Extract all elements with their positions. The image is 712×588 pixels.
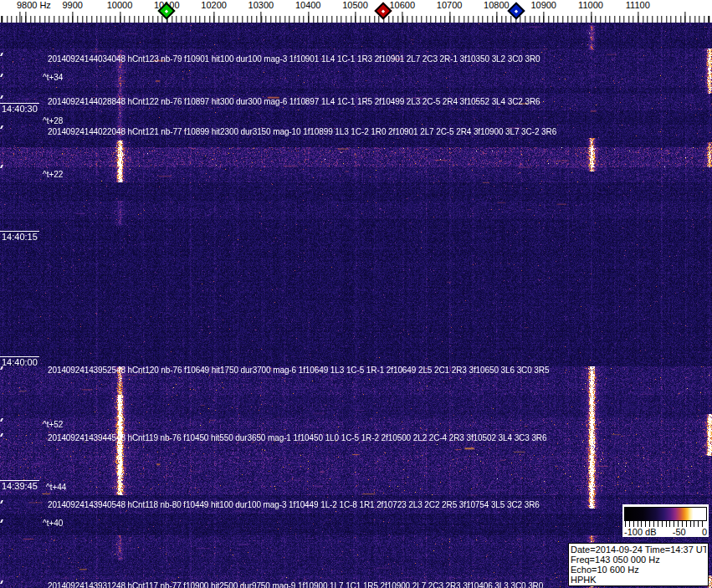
freq-tick-label: 10500 (342, 0, 368, 11)
freq-marker-center-dot (165, 9, 168, 13)
db-label-min: -100 dB (624, 527, 657, 537)
db-label-mid: -50 (673, 527, 686, 537)
time-axis-label: 14:40:15 (0, 231, 39, 242)
freq-tick-label: 9900 (62, 0, 82, 11)
event-time-offset-marker: ^t+28 (43, 117, 63, 125)
freq-tick-label: 10600 (390, 0, 416, 11)
waterfall-app-window: 9800 Hz990010000101001020010300104001050… (0, 0, 712, 588)
frequency-major-ticks (0, 12, 712, 23)
meteor-event-data-line: 20140924143940548 hCnt118 nb-80 f10449 h… (48, 501, 540, 509)
event-time-offset-marker: ^t+22 (43, 171, 63, 179)
freq-tick-label: 10300 (248, 0, 274, 11)
event-time-offset-marker: ^t+40 (43, 519, 63, 528)
meteor-event-data-line: 20140924143931248 hCnt117 nb-77 f10900 h… (48, 582, 543, 588)
freq-marker-center-dot (515, 9, 518, 13)
db-scale-legend: -100 dB -50 0 (622, 504, 709, 537)
info-frequency: Freq=143 050 000 Hz (571, 555, 706, 565)
freq-tick-label: 11000 (578, 0, 603, 11)
meteor-event-data-line: 20140924144022048 hCnt121 nb-77 f10899 h… (48, 128, 556, 136)
freq-marker-center-dot (382, 9, 385, 13)
info-station-id: HPHK (571, 575, 706, 585)
freq-tick-label: 10000 (107, 0, 133, 11)
db-label-max: 0 (702, 527, 707, 537)
freq-tick-label: 11100 (626, 0, 650, 11)
event-time-offset-marker: ^t+44 (46, 483, 66, 492)
meteor-event-data-line: 20140924143944548 hCnt119 nb-76 f10450 h… (48, 434, 546, 442)
info-echo: Echo=10 600 Hz (571, 565, 706, 575)
db-gradient-bar (624, 507, 707, 521)
time-axis-label: 14:40:00 (0, 356, 39, 367)
freq-tick-label: 10200 (201, 0, 227, 11)
event-time-offset-marker: ^t+52 (43, 421, 63, 429)
station-info-box: Date=2014-09-24 Time=14:37 UTC Freq=143 … (568, 543, 709, 586)
freq-tick-label: 10900 (530, 0, 556, 11)
event-time-offset-marker: ^t+34 (43, 74, 63, 82)
frequency-axis: 9800 Hz990010000101001020010300104001050… (0, 0, 712, 23)
time-axis-label: 14:39:45 (0, 480, 39, 491)
freq-tick-label: 10400 (295, 0, 321, 11)
info-date-time: Date=2014-09-24 Time=14:37 UTC (571, 545, 706, 555)
time-axis-label: 14:40:30 (0, 103, 39, 114)
meteor-event-data-line: 20140924143952548 hCnt120 nb-76 f10649 h… (48, 366, 549, 375)
freq-tick-label: 10700 (437, 0, 463, 11)
meteor-event-data-line: 20140924144028848 hCnt122 nb-76 f10897 h… (48, 98, 540, 106)
freq-tick-label: 10800 (484, 0, 510, 11)
freq-tick-label: 9800 Hz (17, 0, 51, 11)
meteor-event-data-line: 20140924144034048 hCnt123 nb-79 f10901 h… (48, 55, 540, 64)
